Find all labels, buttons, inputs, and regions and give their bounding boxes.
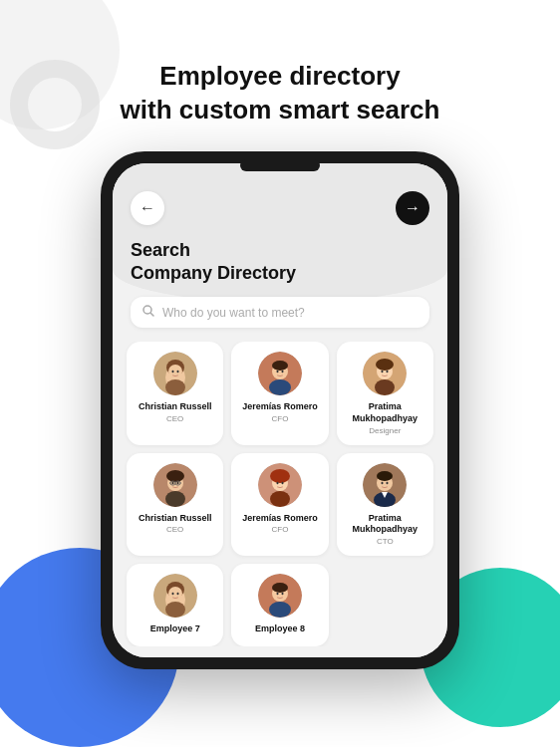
search-placeholder-text: Who do you want to meet? [162,306,305,320]
app-content: ← → Search Company Directory [113,163,447,657]
employee-title: CFO [272,525,289,534]
employee-card[interactable]: Jeremías RomeroCFO [231,342,328,444]
employee-grid: Christian RussellCEO Jeremías RomeroCFO … [113,342,447,645]
header-section: Employee directory with custom smart sea… [0,0,560,151]
page-title: Employee directory with custom smart sea… [0,60,560,127]
svg-point-39 [377,471,393,481]
employee-name: Jeremías Romero [242,513,318,525]
svg-point-40 [382,481,384,484]
svg-point-7 [176,371,178,374]
employee-card[interactable]: Jeremías RomeroCFO [231,453,328,556]
avatar [153,574,197,618]
svg-point-12 [276,371,278,374]
svg-point-20 [375,379,395,395]
employee-name: Christian Russell [139,513,212,525]
avatar [153,463,197,507]
employee-name: Christian Russell [139,401,212,413]
svg-point-35 [281,481,283,484]
svg-line-1 [150,314,153,317]
phone-notch [240,159,320,171]
employee-card[interactable]: Christian RussellCEO [127,342,223,444]
employee-card[interactable]: Employee 8 [231,564,328,646]
svg-point-49 [165,602,185,618]
svg-point-14 [269,379,291,395]
employee-title: Designer [369,426,401,435]
avatar [258,352,302,395]
employee-card[interactable]: Pratima MukhopadhyayDesigner [337,342,433,444]
svg-point-48 [176,593,178,596]
svg-point-25 [176,481,178,484]
employee-name: Employee 7 [150,623,200,635]
avatar [258,463,302,507]
svg-point-41 [387,481,389,484]
svg-point-33 [270,469,290,483]
svg-point-8 [165,379,185,395]
employee-name: Pratima Mukhopadhyay [343,401,427,424]
employee-title: CEO [166,414,183,423]
svg-point-24 [171,481,173,484]
employee-name: Employee 8 [255,623,305,635]
svg-point-55 [269,602,291,618]
svg-point-6 [171,371,173,374]
employee-title: CFO [272,414,289,423]
svg-point-19 [387,371,389,374]
svg-point-47 [171,593,173,596]
svg-point-13 [281,371,283,374]
employee-card[interactable]: Employee 7 [127,564,223,646]
svg-point-53 [276,593,278,596]
employee-card[interactable]: Christian RussellCEO [127,453,223,556]
phone-screen: ← → Search Company Directory [113,163,447,657]
next-button[interactable]: → [396,191,429,225]
avatar [258,574,302,618]
svg-point-36 [270,491,290,507]
back-button[interactable]: ← [131,191,164,225]
svg-point-18 [382,371,384,374]
avatar [363,352,407,395]
nav-row: ← → [113,163,447,235]
search-icon [142,305,154,320]
search-bar[interactable]: Who do you want to meet? [131,297,429,328]
svg-point-30 [165,491,185,507]
svg-point-17 [376,359,394,371]
avatar [153,352,197,395]
svg-point-23 [166,470,184,482]
svg-point-52 [272,583,288,593]
svg-point-34 [276,481,278,484]
employee-title: CTO [377,537,394,546]
svg-point-11 [272,361,288,371]
employee-title: CEO [166,525,183,534]
employee-name: Jeremías Romero [242,401,318,413]
employee-card[interactable]: Pratima MukhopadhyayCTO [337,453,433,556]
phone-frame: ← → Search Company Directory [101,151,459,669]
employee-name: Pratima Mukhopadhyay [343,513,427,536]
avatar [363,463,407,507]
search-title: Search Company Directory [113,235,447,298]
svg-point-54 [281,593,283,596]
